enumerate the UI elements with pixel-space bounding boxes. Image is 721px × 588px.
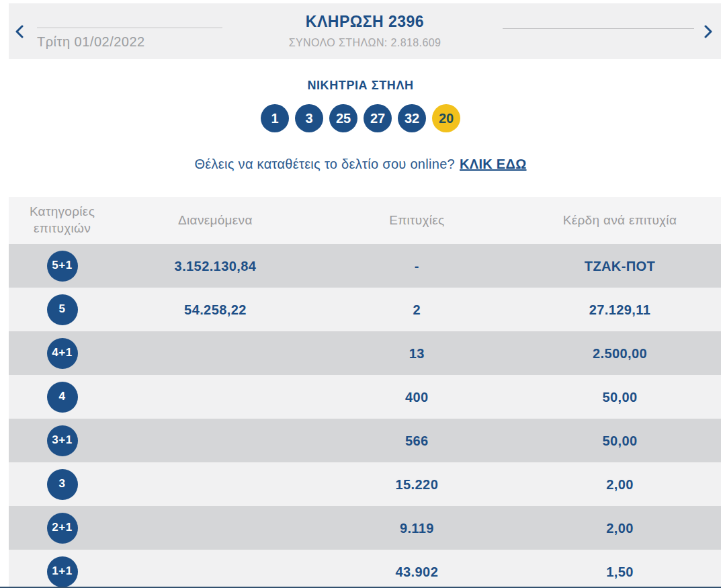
- page-title: ΚΛΗΡΩΣΗ 2396: [289, 13, 441, 31]
- table-row: 4+1 13 2.500,00: [9, 331, 721, 375]
- chevron-right-icon: [704, 25, 713, 38]
- prize-value: 27.129,11: [519, 301, 721, 319]
- next-draw-button[interactable]: [699, 23, 717, 40]
- winners-value: 13: [315, 345, 519, 362]
- winners-value: 2: [315, 301, 519, 319]
- prize-value: 50,00: [519, 388, 721, 406]
- draw-date-block: Τρίτη 01/02/2022: [37, 28, 222, 50]
- online-cta: Θέλεις να καταθέτεις το δελτίο σου onlin…: [0, 157, 721, 172]
- category-badge: 5: [47, 294, 78, 325]
- winners-value: 15.220: [315, 476, 519, 493]
- category-badge: 1+1: [47, 556, 78, 587]
- total-columns-label: ΣΥΝΟΛΟ ΣΤΗΛΩΝ: 2.818.609: [289, 37, 441, 49]
- table-row: 2+1 9.119 2,00: [9, 506, 721, 550]
- prize-value: 1,50: [519, 563, 721, 581]
- draw-date: Τρίτη 01/02/2022: [37, 34, 222, 50]
- winning-number-ball: 25: [329, 104, 357, 132]
- distributed-value: 54.258,22: [116, 301, 315, 319]
- cta-click-here-link[interactable]: ΚΛΙΚ ΕΔΩ: [460, 157, 527, 171]
- distributed-value: 3.152.130,84: [116, 257, 315, 275]
- prize-value: 2,00: [519, 476, 721, 493]
- table-row: 3+1 566 50,00: [9, 419, 721, 462]
- header-winners: Επιτυχίες: [315, 212, 519, 229]
- header-prize-per-win: Κέρδη ανά επιτυχία: [519, 212, 721, 229]
- category-badge: 3: [47, 469, 78, 500]
- cta-text: Θέλεις να καταθέτεις το δελτίο σου onlin…: [194, 157, 455, 171]
- next-date-underline: [503, 28, 694, 29]
- winners-value: 566: [315, 432, 519, 450]
- header-categories: Κατηγορίες επιτυχιών: [9, 204, 116, 237]
- winners-value: 400: [315, 388, 519, 406]
- winning-number-ball: 27: [364, 104, 392, 132]
- header-distributed: Διανεμόμενα: [116, 212, 315, 229]
- prize-table-header: Κατηγορίες επιτυχιών Διανεμόμενα Επιτυχί…: [9, 197, 721, 244]
- winners-value: -: [315, 257, 519, 275]
- prize-value: 50,00: [519, 432, 721, 450]
- table-row: 1+1 43.902 1,50: [9, 550, 721, 588]
- table-row: 4 400 50,00: [9, 375, 721, 419]
- table-row: 5 54.258,22 2 27.129,11: [9, 288, 721, 331]
- winning-number-ball: 32: [398, 104, 426, 132]
- category-badge: 2+1: [47, 513, 78, 544]
- date-underline: [37, 28, 222, 28]
- category-badge: 4+1: [47, 338, 78, 369]
- draw-title-block: ΚΛΗΡΩΣΗ 2396 ΣΥΝΟΛΟ ΣΤΗΛΩΝ: 2.818.609: [289, 13, 441, 49]
- winning-number-ball: 1: [261, 104, 289, 132]
- chevron-left-icon: [15, 25, 24, 38]
- prize-value: ΤΖΑΚ-ΠΟΤ: [519, 257, 721, 275]
- previous-draw-button[interactable]: [11, 23, 28, 40]
- winners-value: 43.902: [315, 563, 519, 581]
- prize-value: 2,00: [519, 519, 721, 537]
- table-row: 3 15.220 2,00: [9, 462, 721, 506]
- winners-value: 9.119: [315, 519, 519, 537]
- prize-value: 2.500,00: [519, 345, 721, 362]
- category-badge: 3+1: [47, 425, 78, 456]
- category-badge: 4: [47, 382, 78, 413]
- joker-number-ball: 20: [432, 104, 460, 132]
- winning-numbers: 1 3 25 27 32 20: [0, 104, 721, 132]
- draw-header: Τρίτη 01/02/2022 ΚΛΗΡΩΣΗ 2396 ΣΥΝΟΛΟ ΣΤΗ…: [9, 3, 721, 59]
- prize-table: Κατηγορίες επιτυχιών Διανεμόμενα Επιτυχί…: [9, 197, 721, 588]
- category-badge: 5+1: [47, 251, 78, 282]
- table-row: 5+1 3.152.130,84 - ΤΖΑΚ-ΠΟΤ: [9, 244, 721, 288]
- winning-column-heading: ΝΙΚΗΤΡΙΑ ΣΤΗΛΗ: [0, 79, 721, 93]
- winning-number-ball: 3: [295, 104, 323, 132]
